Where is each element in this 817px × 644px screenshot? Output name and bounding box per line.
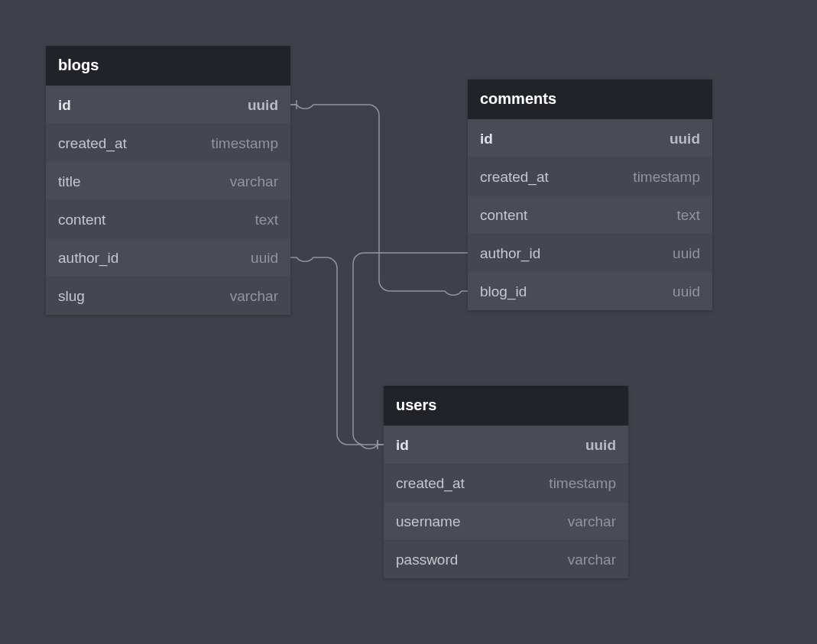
column-name: slug bbox=[58, 288, 85, 305]
column-name: title bbox=[58, 173, 81, 190]
column-row-users-password[interactable]: passwordvarchar bbox=[384, 540, 628, 578]
erd-canvas[interactable]: blogsiduuidcreated_attimestamptitlevarch… bbox=[0, 0, 817, 644]
column-type: varchar bbox=[568, 513, 616, 530]
column-row-users-username[interactable]: usernamevarchar bbox=[384, 502, 628, 540]
column-name: username bbox=[396, 513, 461, 530]
one-tick-icon bbox=[378, 440, 384, 449]
column-type: varchar bbox=[568, 552, 616, 568]
relation-edge bbox=[290, 257, 384, 448]
column-type: text bbox=[255, 212, 278, 228]
column-name: id bbox=[480, 131, 493, 147]
column-type: uuid bbox=[673, 245, 700, 262]
column-row-comments-blog_id[interactable]: blog_iduuid bbox=[468, 272, 712, 310]
column-type: timestamp bbox=[211, 135, 278, 152]
table-blogs[interactable]: blogsiduuidcreated_attimestamptitlevarch… bbox=[46, 46, 290, 315]
column-name: created_at bbox=[58, 135, 127, 152]
column-type: timestamp bbox=[633, 169, 700, 186]
column-type: uuid bbox=[673, 283, 700, 300]
column-row-comments-author_id[interactable]: author_iduuid bbox=[468, 234, 712, 272]
column-row-blogs-author_id[interactable]: author_iduuid bbox=[46, 238, 290, 277]
column-row-comments-created_at[interactable]: created_attimestamp bbox=[468, 157, 712, 196]
column-type: uuid bbox=[251, 250, 278, 267]
column-type: timestamp bbox=[549, 475, 616, 492]
one-tick-icon bbox=[378, 440, 384, 449]
table-comments[interactable]: commentsiduuidcreated_attimestampcontent… bbox=[468, 79, 712, 310]
column-type: varchar bbox=[230, 288, 278, 305]
column-row-users-id[interactable]: iduuid bbox=[384, 426, 628, 464]
column-name: id bbox=[58, 97, 71, 114]
column-type: uuid bbox=[248, 97, 278, 114]
column-name: author_id bbox=[58, 250, 118, 267]
column-type: uuid bbox=[585, 437, 616, 454]
column-name: author_id bbox=[480, 245, 540, 262]
column-type: uuid bbox=[669, 131, 700, 147]
table-header-blogs[interactable]: blogs bbox=[46, 46, 290, 86]
column-row-blogs-created_at[interactable]: created_attimestamp bbox=[46, 124, 290, 162]
column-name: content bbox=[480, 207, 527, 224]
column-row-blogs-title[interactable]: titlevarchar bbox=[46, 162, 290, 200]
column-row-comments-content[interactable]: contenttext bbox=[468, 196, 712, 234]
column-name: created_at bbox=[480, 169, 549, 186]
table-header-users[interactable]: users bbox=[384, 386, 628, 426]
column-row-blogs-id[interactable]: iduuid bbox=[46, 86, 290, 124]
column-type: text bbox=[676, 207, 700, 224]
column-row-blogs-slug[interactable]: slugvarchar bbox=[46, 277, 290, 315]
table-header-comments[interactable]: comments bbox=[468, 79, 712, 119]
column-name: content bbox=[58, 212, 105, 228]
column-name: created_at bbox=[396, 475, 465, 492]
relation-edge bbox=[290, 105, 468, 295]
column-name: id bbox=[396, 437, 409, 454]
one-tick-icon bbox=[290, 100, 297, 109]
column-row-users-created_at[interactable]: created_attimestamp bbox=[384, 464, 628, 502]
column-row-comments-id[interactable]: iduuid bbox=[468, 119, 712, 157]
column-type: varchar bbox=[230, 173, 278, 190]
column-name: blog_id bbox=[480, 283, 527, 300]
column-name: password bbox=[396, 552, 458, 568]
table-users[interactable]: usersiduuidcreated_attimestampusernameva… bbox=[384, 386, 628, 578]
column-row-blogs-content[interactable]: contenttext bbox=[46, 200, 290, 238]
